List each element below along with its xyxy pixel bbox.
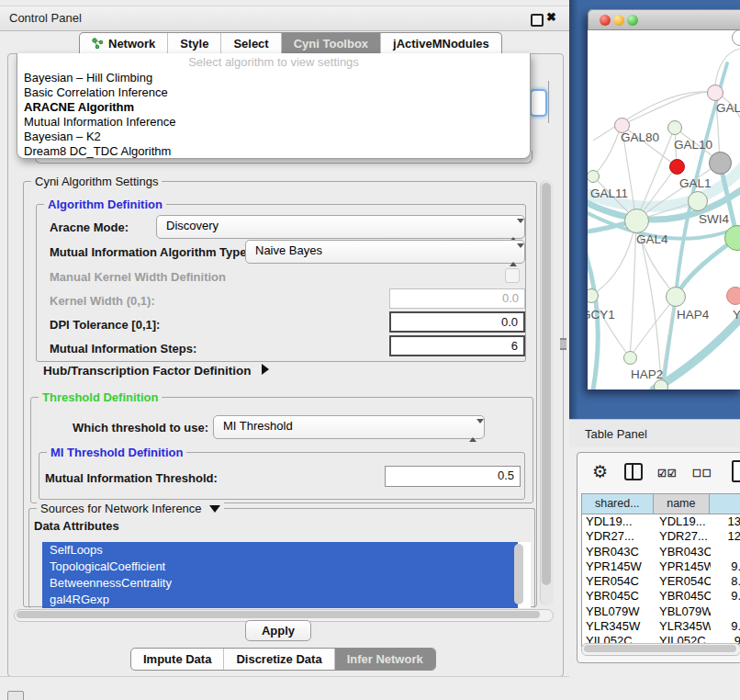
- column-header-3[interactable]: [710, 494, 740, 514]
- mi-threshold-input[interactable]: 0.5: [385, 466, 521, 487]
- popup-placeholder: Select algorithm to view settings: [17, 55, 530, 69]
- window-bottom-edge: [0, 676, 569, 679]
- mi-type-label: Mutual Information Algorithm Type:: [50, 245, 251, 259]
- node-label: GAL10: [674, 138, 712, 152]
- gear-icon[interactable]: ⚙: [592, 461, 608, 482]
- table-cell: 12: [711, 529, 740, 544]
- columns-icon[interactable]: [624, 463, 643, 480]
- export-table-icon[interactable]: [732, 460, 740, 482]
- sources-title-text: Sources for Network Inference: [40, 502, 202, 515]
- data-attributes-list: SelfLoopsTopologicalCoefficientBetweenne…: [42, 542, 531, 608]
- control-panel-titlebar: Control Panel ✖: [0, 6, 569, 31]
- table-hscrollbar-thumb[interactable]: [584, 645, 736, 652]
- table-cell: YDL19...: [654, 514, 711, 529]
- algorithm-option[interactable]: Mutual Information Inference: [17, 115, 530, 130]
- network-canvas[interactable]: GALGAL80GAL10GAL1GAL11GAL4SWI4GCY1HAP4YH…: [588, 30, 740, 390]
- tab-style[interactable]: Style: [167, 33, 220, 54]
- node-label: SWI4: [699, 212, 729, 226]
- settings-vscrollbar-thumb[interactable]: [542, 183, 551, 585]
- table-row[interactable]: YPR145WYPR145W9.: [582, 559, 740, 574]
- mode-tab-discretize-data[interactable]: Discretize Data: [223, 649, 333, 670]
- node-label: HAP4: [677, 308, 709, 322]
- network-node[interactable]: [624, 209, 649, 233]
- network-node[interactable]: [707, 85, 723, 101]
- aracne-mode-combo[interactable]: Discovery: [156, 215, 525, 239]
- float-window-icon[interactable]: [531, 14, 544, 27]
- table-cell: 13: [711, 514, 740, 529]
- unselect-all-columns-icon[interactable]: ☐☐: [692, 468, 712, 480]
- mode-tab-infer-network[interactable]: Infer Network: [334, 649, 435, 670]
- network-node[interactable]: [669, 159, 685, 175]
- attribute-item[interactable]: SelfLoops: [42, 542, 518, 559]
- attribute-item[interactable]: BetweennessCentrality: [42, 575, 518, 592]
- network-node[interactable]: [726, 287, 740, 305]
- table-row[interactable]: YBR043CYBR043C: [582, 545, 740, 559]
- minimize-traffic-light-icon[interactable]: [613, 15, 624, 26]
- table-hscrollbar-track[interactable]: [581, 643, 740, 656]
- node-label: GAL4: [636, 232, 668, 246]
- attribute-item[interactable]: gal4RGexp: [42, 592, 518, 608]
- panel-splitter-handle[interactable]: [560, 338, 566, 350]
- table-row[interactable]: YER054CYER054C8.: [582, 574, 740, 589]
- mi-steps-label: Mutual Information Steps:: [50, 342, 196, 356]
- apply-button[interactable]: Apply: [245, 620, 311, 641]
- table-row[interactable]: YBL079WYBL079W: [582, 604, 740, 619]
- network-node[interactable]: [666, 287, 686, 307]
- algorithm-option[interactable]: Bayesian – Hill Climbing: [17, 71, 530, 85]
- mode-tab-impute-data[interactable]: Impute Data: [131, 649, 223, 670]
- network-window-titlebar[interactable]: [588, 9, 740, 30]
- mi-steps-input[interactable]: 6: [389, 335, 525, 356]
- table-header-row: shared...name: [582, 494, 740, 514]
- algorithm-definition-title: Algorithm Definition: [44, 198, 166, 211]
- select-all-columns-icon[interactable]: ☑☑: [657, 468, 678, 480]
- settings-hscrollbar-thumb[interactable]: [17, 611, 540, 618]
- mi-type-combo[interactable]: Naive Bayes: [245, 240, 525, 264]
- tab-cyni-toolbox[interactable]: Cyni Toolbox: [281, 33, 380, 54]
- network-view-window: GALGAL80GAL10GAL1GAL11GAL4SWI4GCY1HAP4YH…: [588, 9, 740, 390]
- table-row[interactable]: YBR045CYBR045C9.: [582, 589, 740, 604]
- cyni-mode-tabbar: Impute DataDiscretize DataInfer Network: [130, 648, 436, 671]
- tab-select[interactable]: Select: [220, 33, 280, 54]
- algorithm-option[interactable]: Dream8 DC_TDC Algorithm: [17, 144, 530, 159]
- threshold-definition-title: Threshold Definition: [39, 390, 162, 404]
- close-traffic-light-icon[interactable]: [600, 15, 611, 26]
- algorithm-option[interactable]: Basic Correlation Inference: [17, 85, 530, 100]
- close-icon[interactable]: ✖: [546, 10, 556, 24]
- attribute-item[interactable]: TopologicalCoefficient: [42, 559, 518, 575]
- table-toolbar: ⚙ ☑☑ ☐☐: [577, 457, 740, 490]
- table-cell: 9.: [711, 559, 740, 574]
- table-row[interactable]: YLR345WYLR345W9.: [582, 619, 740, 634]
- table-cell: YDR27...: [582, 529, 654, 544]
- column-header-1[interactable]: shared...: [582, 494, 654, 514]
- table-cell: YBR043C: [654, 545, 711, 559]
- network-node[interactable]: [709, 152, 732, 175]
- table-cell: YBR043C: [582, 545, 654, 559]
- table-cell: [711, 545, 740, 559]
- tab-jactivemnodules[interactable]: jActiveMNodules: [380, 33, 501, 54]
- table-body: YDL19...YDL19...13YDR27...YDR27...12YBR0…: [582, 514, 740, 647]
- mi-threshold-group-title: MI Threshold Definition: [47, 446, 186, 459]
- network-icon: [92, 38, 104, 50]
- column-header-2[interactable]: name: [654, 494, 711, 514]
- tab-network[interactable]: Network: [80, 33, 167, 54]
- node-label: HAP2: [631, 367, 663, 381]
- network-node[interactable]: [688, 191, 708, 211]
- table-cell: [711, 604, 740, 619]
- zoom-traffic-light-icon[interactable]: [627, 15, 638, 26]
- dpi-tolerance-label: DPI Tolerance [0,1]:: [50, 318, 160, 332]
- dock-mini-icon[interactable]: [7, 691, 24, 700]
- which-threshold-combo[interactable]: MI Threshold: [213, 415, 485, 439]
- hub-definition-expander[interactable]: Hub/Transcription Factor Definition: [43, 364, 269, 378]
- table-row[interactable]: YDL19...YDL19...13: [582, 514, 740, 529]
- list-scrollbar-thumb[interactable]: [514, 544, 523, 604]
- node-label: GAL: [716, 101, 740, 115]
- network-node[interactable]: [667, 120, 682, 135]
- network-node[interactable]: [623, 351, 637, 365]
- algorithm-option[interactable]: ARACNE Algorithm: [17, 100, 530, 115]
- hub-definition-label: Hub/Transcription Factor Definition: [43, 364, 252, 378]
- algorithm-option[interactable]: Bayesian – K2: [17, 130, 530, 144]
- screen: Control Panel ✖ NetworkStyleSelectCyni T…: [0, 0, 740, 700]
- dpi-tolerance-input[interactable]: 0.0: [389, 311, 525, 333]
- sources-title[interactable]: Sources for Network Inference: [37, 502, 224, 515]
- table-row[interactable]: YDR27...YDR27...12: [582, 529, 740, 544]
